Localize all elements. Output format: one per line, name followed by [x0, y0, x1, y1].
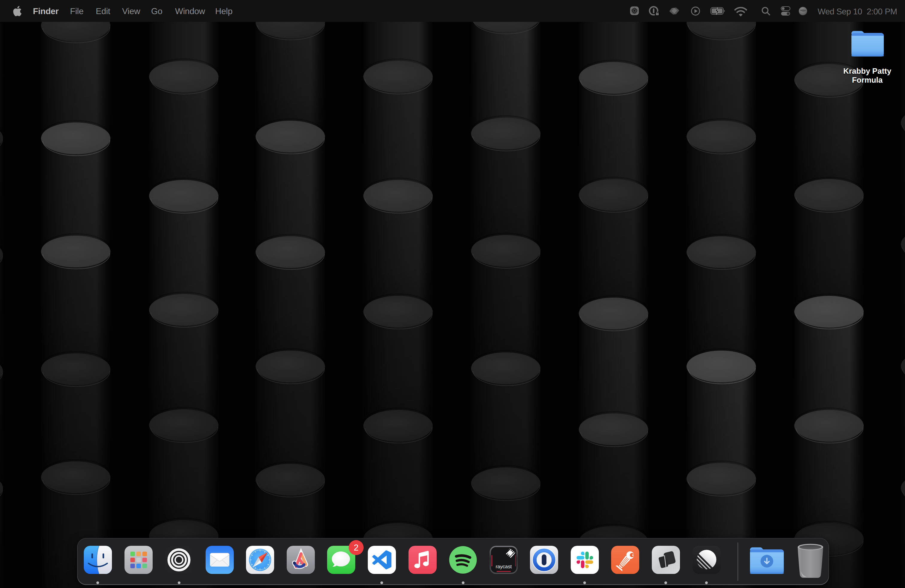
- svg-text:2: 2: [354, 543, 359, 553]
- svg-text:raycast: raycast: [495, 564, 512, 570]
